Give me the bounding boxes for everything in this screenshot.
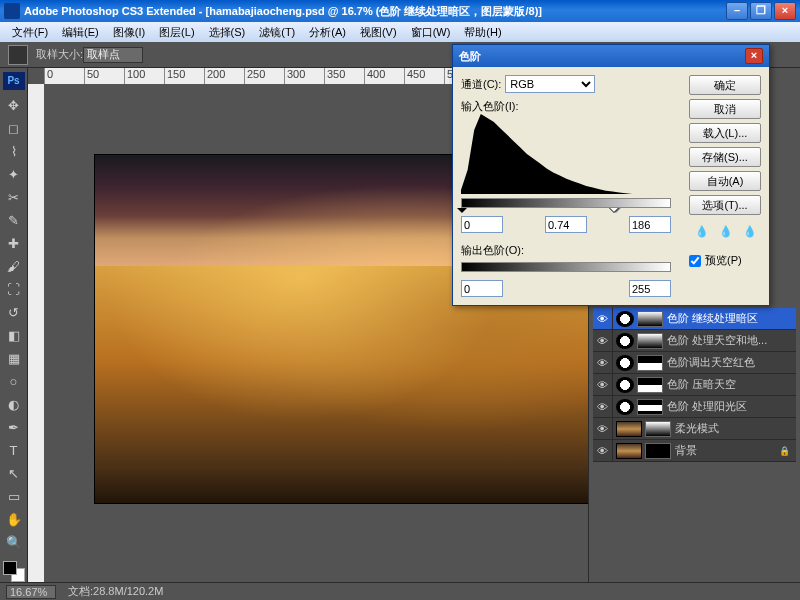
layer-row[interactable]: 👁色阶 压暗天空 [593, 374, 796, 396]
layer-name: 色阶 继续处理暗区 [667, 311, 758, 326]
layer-name: 柔光模式 [675, 421, 719, 436]
dodge-tool[interactable]: ◐ [3, 394, 25, 416]
menu-view[interactable]: 视图(V) [354, 23, 403, 42]
blur-tool[interactable]: ○ [3, 371, 25, 393]
preview-label: 预览(P) [705, 253, 742, 268]
save-button[interactable]: 存储(S)... [689, 147, 761, 167]
heal-tool[interactable]: ✚ [3, 233, 25, 255]
preview-checkbox-row[interactable]: 预览(P) [689, 253, 761, 268]
minimize-button[interactable]: – [726, 2, 748, 20]
input-gradient[interactable] [461, 198, 671, 208]
marquee-tool[interactable]: ◻ [3, 118, 25, 140]
lasso-tool[interactable]: ⌇ [3, 141, 25, 163]
stamp-tool[interactable]: ⛶ [3, 279, 25, 301]
layer-mask-thumb[interactable] [637, 333, 663, 349]
options-button[interactable]: 选项(T)... [689, 195, 761, 215]
input-white-field[interactable] [629, 216, 671, 233]
layer-thumb [616, 421, 642, 437]
black-point-slider[interactable] [457, 208, 467, 218]
layer-row[interactable]: 👁色阶 处理阳光区 [593, 396, 796, 418]
wand-tool[interactable]: ✦ [3, 164, 25, 186]
visibility-icon[interactable]: 👁 [593, 440, 613, 462]
layer-row[interactable]: 👁背景🔒 [593, 440, 796, 462]
zoom-field[interactable]: 16.67% [6, 585, 56, 599]
adjustment-icon [616, 355, 634, 371]
eyedropper-gray-icon[interactable]: 💧 [719, 225, 737, 243]
visibility-icon[interactable]: 👁 [593, 330, 613, 352]
menu-image[interactable]: 图像(I) [107, 23, 151, 42]
menu-filter[interactable]: 滤镜(T) [253, 23, 301, 42]
preview-checkbox[interactable] [689, 255, 701, 267]
color-swatches[interactable] [3, 561, 25, 582]
crop-tool[interactable]: ✂ [3, 187, 25, 209]
svg-marker-0 [461, 114, 671, 194]
visibility-icon[interactable]: 👁 [593, 396, 613, 418]
ruler-vertical [28, 84, 44, 582]
layer-row[interactable]: 👁色阶调出天空红色 [593, 352, 796, 374]
close-button[interactable]: × [774, 2, 796, 20]
layer-row[interactable]: 👁色阶 继续处理暗区 [593, 308, 796, 330]
input-gamma-field[interactable] [545, 216, 587, 233]
layer-name: 色阶 压暗天空 [667, 377, 736, 392]
menu-select[interactable]: 选择(S) [203, 23, 252, 42]
gradient-tool[interactable]: ▦ [3, 348, 25, 370]
output-gradient[interactable] [461, 262, 671, 272]
output-black-field[interactable] [461, 280, 503, 297]
maximize-button[interactable]: ❐ [750, 2, 772, 20]
path-tool[interactable]: ↖ [3, 463, 25, 485]
layer-mask-thumb[interactable] [637, 399, 663, 415]
visibility-icon[interactable]: 👁 [593, 374, 613, 396]
layer-name: 色阶调出天空红色 [667, 355, 755, 370]
auto-button[interactable]: 自动(A) [689, 171, 761, 191]
visibility-icon[interactable]: 👁 [593, 418, 613, 440]
move-tool[interactable]: ✥ [3, 95, 25, 117]
eraser-tool[interactable]: ◧ [3, 325, 25, 347]
brush-tool[interactable]: 🖌 [3, 256, 25, 278]
type-tool[interactable]: T [3, 440, 25, 462]
layer-mask-thumb[interactable] [645, 443, 671, 459]
sample-size-label: 取样大小: [36, 47, 83, 62]
shape-tool[interactable]: ▭ [3, 486, 25, 508]
eyedropper-tool[interactable]: ✎ [3, 210, 25, 232]
layer-mask-thumb[interactable] [637, 377, 663, 393]
layer-mask-thumb[interactable] [637, 355, 663, 371]
output-white-field[interactable] [629, 280, 671, 297]
cancel-button[interactable]: 取消 [689, 99, 761, 119]
menu-layer[interactable]: 图层(L) [153, 23, 200, 42]
menu-window[interactable]: 窗口(W) [405, 23, 457, 42]
levels-dialog: 色阶 × 通道(C): RGB 输入色阶(I): 输出色阶(O): [452, 44, 770, 306]
ps-logo-icon: Ps [3, 72, 25, 90]
lock-icon: 🔒 [779, 446, 790, 456]
load-button[interactable]: 载入(L)... [689, 123, 761, 143]
ok-button[interactable]: 确定 [689, 75, 761, 95]
white-point-slider[interactable] [609, 208, 619, 218]
sample-size-input[interactable] [83, 47, 143, 63]
adjustment-icon [616, 399, 634, 415]
eyedropper-white-icon[interactable]: 💧 [743, 225, 761, 243]
layer-mask-thumb[interactable] [645, 421, 671, 437]
pen-tool[interactable]: ✒ [3, 417, 25, 439]
eyedropper-black-icon[interactable]: 💧 [695, 225, 713, 243]
layer-mask-thumb[interactable] [637, 311, 663, 327]
menu-analysis[interactable]: 分析(A) [303, 23, 352, 42]
menu-edit[interactable]: 编辑(E) [56, 23, 105, 42]
visibility-icon[interactable]: 👁 [593, 352, 613, 374]
channel-select[interactable]: RGB [505, 75, 595, 93]
layer-row[interactable]: 👁柔光模式 [593, 418, 796, 440]
menu-help[interactable]: 帮助(H) [458, 23, 507, 42]
app-icon [4, 3, 20, 19]
tool-preset-icon[interactable] [8, 45, 28, 65]
zoom-tool[interactable]: 🔍 [3, 532, 25, 554]
layer-thumb [616, 443, 642, 459]
histogram [461, 114, 671, 194]
history-brush-tool[interactable]: ↺ [3, 302, 25, 324]
dialog-close-button[interactable]: × [745, 48, 763, 64]
visibility-icon[interactable]: 👁 [593, 308, 613, 330]
menu-file[interactable]: 文件(F) [6, 23, 54, 42]
input-black-field[interactable] [461, 216, 503, 233]
layer-row[interactable]: 👁色阶 处理天空和地... [593, 330, 796, 352]
adjustment-icon [616, 377, 634, 393]
layer-name: 背景 [675, 443, 697, 458]
hand-tool[interactable]: ✋ [3, 509, 25, 531]
dialog-titlebar[interactable]: 色阶 × [453, 45, 769, 67]
